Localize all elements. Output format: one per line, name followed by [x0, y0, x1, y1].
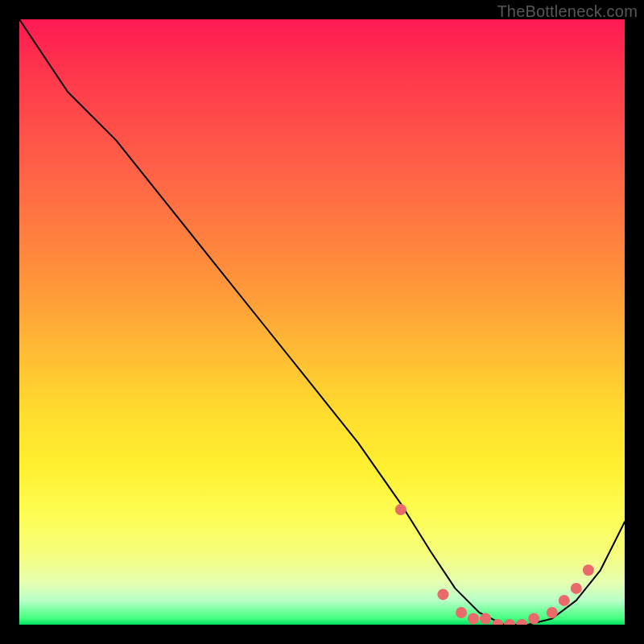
chart-overlay-svg [19, 19, 625, 625]
valley-dot [547, 607, 558, 618]
valley-dot [516, 619, 527, 625]
plot-area [19, 19, 625, 625]
bottleneck-curve [19, 19, 625, 625]
valley-dot [456, 607, 467, 618]
valley-dot [480, 613, 491, 625]
valley-dot [528, 613, 539, 625]
valley-dot [504, 619, 515, 625]
valley-dot [468, 613, 479, 625]
valley-dot [583, 564, 594, 576]
valley-dot [395, 504, 407, 515]
valley-dot [571, 583, 582, 594]
watermark-text: TheBottleneck.com [497, 2, 638, 21]
chart-stage: TheBottleneck.com [0, 0, 644, 644]
valley-dots-group [395, 504, 594, 625]
valley-dot [559, 595, 570, 606]
valley-dot [437, 588, 448, 600]
